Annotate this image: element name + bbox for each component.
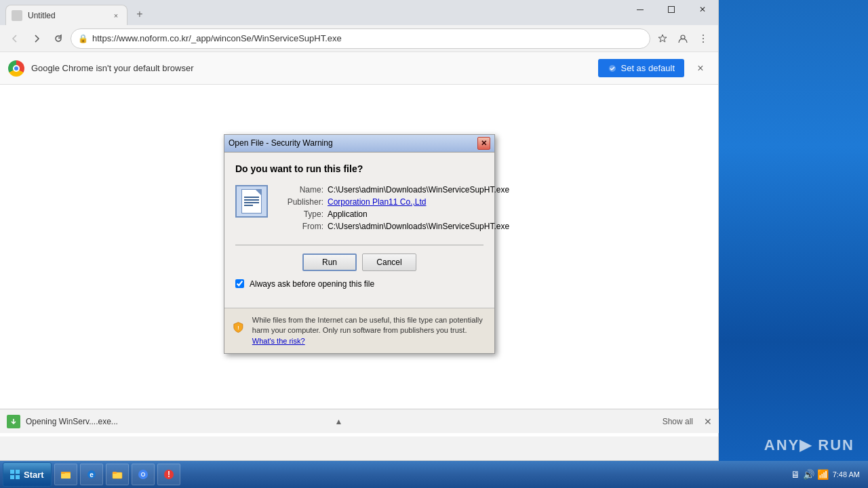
ie-icon: e	[86, 469, 97, 480]
field-from: From: C:\Users\admin\Downloads\WinServic…	[276, 222, 509, 231]
taskbar-item-antivirus[interactable]: !	[157, 464, 180, 485]
svg-point-3	[703, 35, 704, 36]
cancel-button[interactable]: Cancel	[362, 253, 416, 271]
minimize-button[interactable]	[625, 0, 656, 19]
folder-icon	[112, 469, 123, 480]
type-value: Application	[328, 209, 368, 219]
whats-the-risk-link[interactable]: What's the risk?	[252, 337, 305, 345]
from-value: C:\Users\admin\Downloads\WinServiceSupHT…	[328, 222, 509, 231]
chrome-taskbar-icon	[138, 469, 149, 480]
forward-button[interactable]	[27, 29, 46, 48]
dialog-body: Do you want to run this file?	[224, 152, 494, 308]
field-name: Name: C:\Users\admin\Downloads\WinServic…	[276, 185, 509, 195]
warning-text: While files from the Internet can be use…	[252, 315, 486, 346]
taskbar: Start e !	[0, 461, 868, 488]
navigation-bar: 🔒 https://www.noform.co.kr/_app/winconSe…	[0, 25, 718, 52]
maximize-button[interactable]	[656, 0, 687, 19]
svg-point-4	[703, 38, 704, 39]
chrome-logo	[8, 60, 24, 77]
active-tab[interactable]: Untitled ×	[5, 5, 127, 25]
new-tab-button[interactable]: +	[130, 5, 149, 24]
download-bar: Opening WinServ....exe... ▲ Show all ✕	[0, 409, 719, 433]
svg-text:!: !	[237, 325, 239, 331]
file-icon-inner	[241, 189, 262, 214]
name-label: Name:	[276, 185, 323, 195]
warning-shield-icon: !	[233, 315, 244, 340]
download-file-icon	[7, 415, 20, 428]
taskbar-item-folder[interactable]	[106, 464, 129, 485]
always-ask-label: Always ask before opening this file	[250, 279, 374, 289]
svg-rect-9	[10, 470, 14, 474]
svg-point-5	[703, 41, 704, 43]
svg-text:e: e	[90, 471, 94, 479]
security-dialog: Open File - Security Warning ✕ Do you wa…	[224, 134, 495, 354]
tab-favicon	[12, 10, 22, 21]
dialog-question: Do you want to run this file?	[235, 163, 484, 174]
notification-close-button[interactable]: ×	[691, 59, 710, 78]
menu-button[interactable]	[694, 29, 713, 48]
explorer-icon	[60, 469, 71, 480]
type-label: Type:	[276, 209, 323, 219]
dialog-title-bar: Open File - Security Warning ✕	[224, 135, 494, 152]
field-publisher: Publisher: Corporation Plan11 Co.,Ltd	[276, 197, 509, 207]
close-button[interactable]: ✕	[687, 0, 718, 19]
svg-rect-14	[61, 473, 71, 479]
tab-close-button[interactable]: ×	[111, 10, 121, 21]
svg-rect-12	[16, 475, 20, 479]
download-chevron-icon[interactable]: ▲	[334, 417, 342, 426]
anyrun-logo: ANY▶ RUN	[764, 436, 854, 454]
always-ask-checkbox-row: Always ask before opening this file	[235, 279, 484, 289]
tray-icons: 🖥 🔊 📶	[791, 469, 829, 480]
tray-battery-icon: 📶	[817, 469, 829, 480]
dialog-fields: Name: C:\Users\admin\Downloads\WinServic…	[276, 185, 509, 234]
from-label: From:	[276, 222, 323, 231]
notification-text: Google Chrome isn't your default browser	[31, 63, 591, 73]
always-ask-checkbox[interactable]	[235, 279, 244, 288]
back-button[interactable]	[5, 29, 24, 48]
start-button[interactable]: Start	[3, 462, 52, 487]
svg-rect-10	[16, 470, 20, 474]
dialog-title-text: Open File - Security Warning	[229, 138, 477, 148]
taskbar-item-chrome[interactable]	[132, 464, 155, 485]
dialog-separator-1	[235, 245, 484, 245]
dialog-info-section: Name: C:\Users\admin\Downloads\WinServic…	[235, 185, 484, 234]
system-tray: 🖥 🔊 📶 7:48 AM	[785, 469, 865, 480]
chrome-window: Untitled × + ✕ 🔒 https://www.nofo	[0, 0, 719, 461]
download-close-button[interactable]: ✕	[704, 416, 712, 427]
tray-volume-icon: 🔊	[803, 469, 814, 480]
taskbar-item-ie[interactable]: e	[80, 464, 103, 485]
dialog-warning-section: ! While files from the Internet can be u…	[224, 308, 494, 353]
title-bar: Untitled × + ✕	[0, 0, 718, 25]
nav-right-buttons	[653, 29, 713, 48]
set-default-button[interactable]: Set as default	[598, 59, 685, 77]
taskbar-item-explorer[interactable]	[54, 464, 77, 485]
tab-title: Untitled	[28, 11, 105, 20]
dialog-close-button[interactable]: ✕	[477, 137, 490, 150]
window-controls: ✕	[625, 0, 718, 19]
show-all-button[interactable]: Show all	[657, 414, 698, 429]
svg-point-23	[142, 473, 144, 476]
publisher-label: Publisher:	[276, 197, 323, 207]
svg-rect-15	[61, 472, 65, 474]
tab-strip: Untitled × +	[0, 0, 149, 25]
svg-rect-20	[113, 472, 117, 474]
tray-network-icon: 🖥	[791, 469, 800, 480]
antivirus-icon: !	[163, 469, 174, 480]
svg-text:!: !	[167, 470, 170, 479]
notification-bar: Google Chrome isn't your default browser…	[0, 52, 718, 85]
file-icon-corner	[256, 190, 261, 195]
run-button[interactable]: Run	[302, 253, 357, 271]
field-type: Type: Application	[276, 209, 509, 219]
dialog-buttons: Run Cancel	[235, 253, 484, 271]
bookmark-button[interactable]	[653, 29, 672, 48]
file-icon	[235, 185, 268, 218]
profile-button[interactable]	[673, 29, 692, 48]
reload-button[interactable]	[49, 29, 68, 48]
system-time: 7:48 AM	[833, 470, 860, 479]
publisher-link[interactable]: Corporation Plan11 Co.,Ltd	[328, 197, 426, 207]
download-filename: Opening WinServ....exe...	[26, 417, 329, 426]
url-text: https://www.noform.co.kr/_app/winconSe/W…	[92, 33, 643, 43]
svg-rect-0	[637, 9, 644, 10]
svg-rect-11	[10, 475, 14, 479]
address-bar[interactable]: 🔒 https://www.noform.co.kr/_app/winconSe…	[71, 28, 650, 49]
